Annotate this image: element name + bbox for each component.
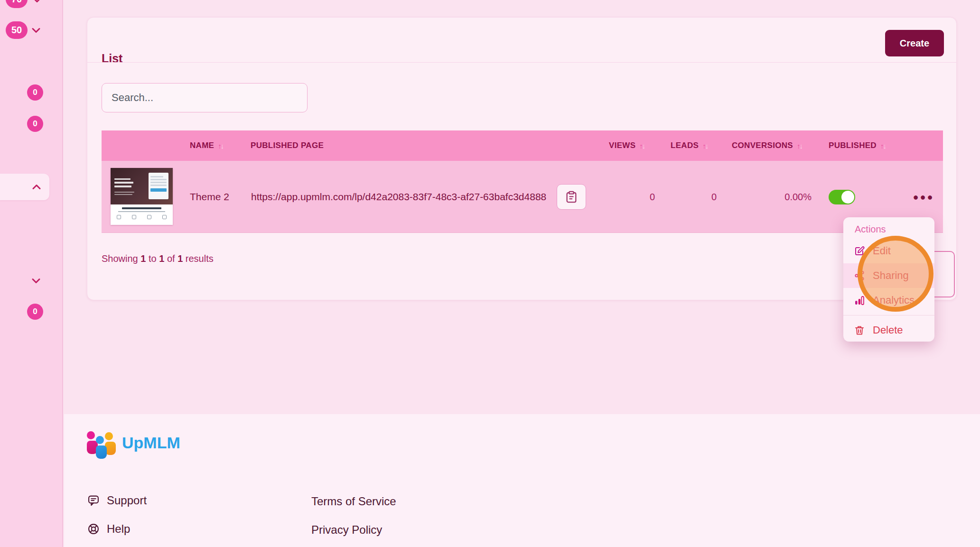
upmlm-logo-icon bbox=[87, 429, 116, 456]
sort-icon[interactable]: ↑↓ bbox=[639, 142, 644, 149]
chevron-down-icon[interactable] bbox=[29, 274, 43, 287]
table-row: Theme 2 https://app.upmlm.com/lp/d42a208… bbox=[102, 161, 943, 233]
clipboard-icon bbox=[565, 190, 578, 204]
list-card: List Create NAME↑↓ PUBLISHED PAGE VIEWS↑… bbox=[87, 17, 957, 300]
sidebar-badge-zero-2: 0 bbox=[27, 116, 43, 132]
sort-icon[interactable]: ↑↓ bbox=[797, 142, 802, 149]
sort-icon[interactable]: ↑↓ bbox=[880, 142, 886, 149]
column-header-published[interactable]: PUBLISHED↑↓ bbox=[829, 130, 886, 161]
row-name: Theme 2 bbox=[190, 161, 229, 233]
menu-divider bbox=[843, 315, 934, 315]
menu-item-edit[interactable]: Edit bbox=[843, 239, 934, 263]
column-header-conversions[interactable]: CONVERSIONS↑↓ bbox=[732, 130, 802, 161]
trash-icon bbox=[854, 324, 865, 336]
row-conversions: 0.00% bbox=[756, 161, 812, 233]
sidebar-badge-top: 70 bbox=[6, 0, 28, 8]
column-header-views[interactable]: VIEWS↑↓ bbox=[609, 130, 644, 161]
column-header-name[interactable]: NAME↑↓ bbox=[190, 130, 223, 161]
search-input[interactable] bbox=[102, 83, 308, 112]
thumbnail-hero bbox=[111, 168, 173, 204]
footer-link-support[interactable]: Support bbox=[87, 494, 147, 507]
row-actions-menu-button[interactable]: ●●● bbox=[908, 185, 939, 209]
sidebar: 70 50 0 0 0 bbox=[0, 0, 63, 547]
main-content: List Create NAME↑↓ PUBLISHED PAGE VIEWS↑… bbox=[64, 0, 980, 414]
footer-link-terms[interactable]: Terms of Service bbox=[311, 495, 396, 508]
sidebar-item-selected[interactable] bbox=[0, 174, 49, 200]
menu-item-analytics[interactable]: Analytics bbox=[843, 288, 934, 313]
published-toggle[interactable] bbox=[829, 190, 855, 204]
column-header-leads[interactable]: LEADS↑↓ bbox=[671, 130, 708, 161]
column-header-published-page[interactable]: PUBLISHED PAGE bbox=[251, 130, 324, 161]
theme-thumbnail bbox=[111, 168, 173, 225]
page-title: List bbox=[102, 52, 122, 65]
footer-logo: UpMLM bbox=[87, 429, 180, 456]
sort-icon[interactable]: ↑↓ bbox=[702, 142, 708, 149]
results-summary: Showing 1 to 1 of 1 results bbox=[102, 253, 214, 264]
footer-link-privacy[interactable]: Privacy Policy bbox=[311, 523, 382, 537]
share-icon bbox=[854, 270, 865, 281]
chevron-down-icon[interactable] bbox=[29, 24, 43, 37]
list-table: NAME↑↓ PUBLISHED PAGE VIEWS↑↓ LEADS↑↓ CO… bbox=[102, 130, 943, 233]
row-published-page-url: https://app.upmlm.com/lp/d42a2083-83f7-4… bbox=[251, 161, 546, 233]
thumbnail-body bbox=[111, 204, 173, 225]
sidebar-badge-50: 50 bbox=[6, 21, 28, 39]
sort-icon[interactable]: ↑↓ bbox=[218, 142, 223, 149]
toggle-knob bbox=[841, 191, 854, 204]
divider bbox=[87, 62, 956, 63]
footer-link-help[interactable]: Help bbox=[87, 522, 130, 536]
footer: UpMLM Support Help Terms of Service Priv… bbox=[64, 414, 980, 547]
menu-item-sharing[interactable]: Sharing bbox=[843, 263, 934, 288]
lifebuoy-icon bbox=[87, 522, 100, 536]
chevron-up-icon[interactable] bbox=[30, 180, 43, 194]
create-button[interactable]: Create bbox=[885, 30, 944, 56]
actions-dropdown-label: Actions bbox=[855, 224, 934, 235]
edit-icon bbox=[854, 245, 865, 257]
analytics-icon bbox=[854, 295, 865, 306]
sidebar-badge-zero-3: 0 bbox=[27, 304, 43, 320]
menu-item-delete[interactable]: Delete bbox=[843, 318, 934, 343]
chevron-down-icon[interactable] bbox=[30, 0, 44, 7]
copy-url-button[interactable] bbox=[557, 184, 586, 210]
chat-bubble-icon bbox=[87, 494, 100, 507]
actions-dropdown: Actions Edit Sharing Analytics bbox=[843, 217, 934, 342]
upmlm-logo-text: UpMLM bbox=[122, 434, 180, 452]
row-leads: 0 bbox=[685, 161, 717, 233]
sidebar-badge-zero-1: 0 bbox=[27, 84, 43, 101]
table-header-row: NAME↑↓ PUBLISHED PAGE VIEWS↑↓ LEADS↑↓ CO… bbox=[102, 130, 943, 161]
row-views: 0 bbox=[624, 161, 655, 233]
